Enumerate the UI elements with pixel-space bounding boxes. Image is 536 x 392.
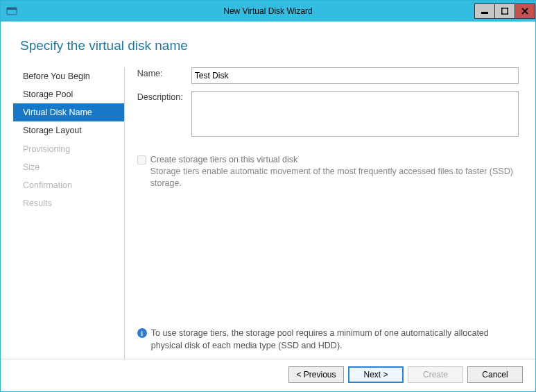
description-label: Description: [137, 91, 191, 137]
wizard-footer: < Previous Next > Create Cancel [1, 359, 535, 391]
window-close-button[interactable] [515, 3, 535, 19]
nav-virtual-disk-name[interactable]: Virtual Disk Name [13, 103, 124, 121]
info-text: To use storage tiers, the storage pool r… [151, 327, 519, 352]
nav-storage-pool[interactable]: Storage Pool [13, 85, 124, 103]
name-label: Name: [137, 67, 191, 84]
nav-results: Results [13, 194, 124, 212]
vertical-divider [124, 67, 125, 359]
svg-rect-3 [502, 8, 508, 15]
nav-before-you-begin[interactable]: Before You Begin [13, 67, 124, 85]
nav-provisioning: Provisioning [13, 140, 124, 158]
description-input[interactable] [191, 91, 519, 137]
wizard-nav: Before You Begin Storage Pool Virtual Di… [13, 67, 124, 359]
svg-rect-2 [481, 12, 488, 14]
nav-size: Size [13, 158, 124, 176]
window-maximize-button[interactable] [494, 3, 515, 19]
window-minimize-button[interactable] [474, 3, 495, 19]
titlebar: New Virtual Disk Wizard [1, 1, 535, 22]
create-button: Create [408, 366, 463, 383]
info-icon: i [137, 328, 147, 338]
next-button[interactable]: Next > [348, 366, 404, 383]
window-title: New Virtual Disk Wizard [1, 6, 535, 16]
svg-rect-1 [7, 8, 17, 10]
name-input[interactable] [191, 67, 519, 84]
wizard-content: Name: Description: Create storage tiers … [130, 67, 523, 359]
cancel-button[interactable]: Cancel [467, 366, 523, 383]
previous-button[interactable]: < Previous [288, 366, 344, 383]
storage-tiers-desc: Storage tiers enable automatic movement … [150, 166, 519, 189]
nav-storage-layout[interactable]: Storage Layout [13, 121, 124, 139]
storage-tiers-label: Create storage tiers on this virtual dis… [150, 155, 519, 164]
page-heading: Specify the virtual disk name [20, 38, 523, 53]
nav-confirmation: Confirmation [13, 176, 124, 194]
app-icon [5, 4, 19, 18]
wizard-window: New Virtual Disk Wizard Specify the virt… [0, 0, 536, 392]
storage-tiers-checkbox [137, 155, 146, 164]
